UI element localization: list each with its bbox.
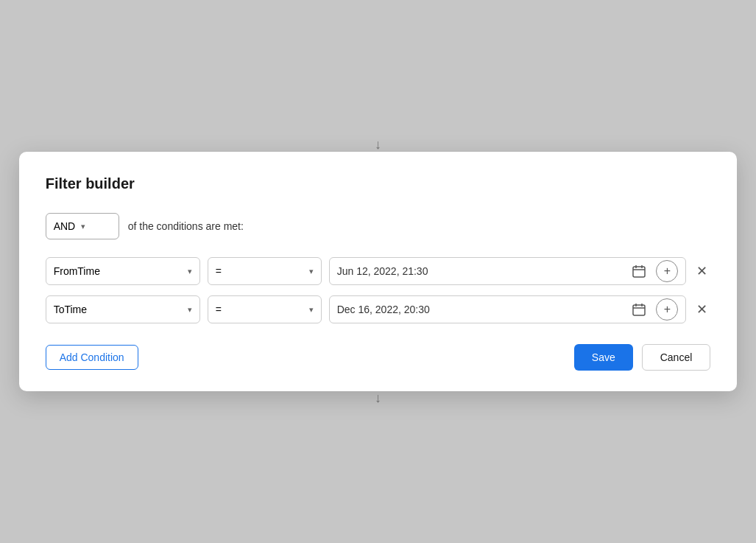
condition-1-remove-button[interactable]: ✕ <box>693 262 710 281</box>
condition-2-op-value: = <box>216 304 222 315</box>
condition-1-field-value: FromTime <box>54 265 100 277</box>
logic-operator-select[interactable]: AND ▾ <box>46 213 119 239</box>
logic-chevron-icon: ▾ <box>81 222 85 231</box>
logic-description: of the conditions are met: <box>128 220 244 232</box>
condition-row-1: FromTime ▾ = ▾ Jun 12, 2022, 21:30 <box>46 257 711 285</box>
condition-row-2: ToTime ▾ = ▾ Dec 16, 2022, 20:30 <box>46 295 711 323</box>
filter-builder-modal: Filter builder AND ▾ of the conditions a… <box>19 152 738 391</box>
condition-1-calendar-button[interactable] <box>628 260 650 282</box>
modal-footer: Add Condition Save Cancel <box>46 344 711 371</box>
add-condition-button[interactable]: Add Condition <box>46 345 138 370</box>
condition-2-add-button[interactable]: + <box>656 298 678 320</box>
condition-1-op-chevron: ▾ <box>309 267 314 276</box>
conditions-container: FromTime ▾ = ▾ Jun 12, 2022, 21:30 <box>46 257 711 323</box>
condition-1-add-button[interactable]: + <box>656 260 678 282</box>
modal-overlay: Filter builder AND ▾ of the conditions a… <box>0 0 756 543</box>
condition-2-op-chevron: ▾ <box>309 305 314 315</box>
condition-2-op-select[interactable]: = ▾ <box>208 295 322 323</box>
condition-2-field-select[interactable]: ToTime ▾ <box>46 295 200 323</box>
modal-title: Filter builder <box>46 175 711 192</box>
condition-1-field-chevron: ▾ <box>188 267 192 276</box>
condition-1-op-select[interactable]: = ▾ <box>208 257 322 285</box>
condition-2-value-text: Dec 16, 2022, 20:30 <box>337 304 623 315</box>
condition-1-field-select[interactable]: FromTime ▾ <box>46 257 200 285</box>
condition-2-calendar-button[interactable] <box>628 298 650 320</box>
condition-2-remove-button[interactable]: ✕ <box>693 300 710 319</box>
svg-rect-0 <box>633 267 645 277</box>
logic-row: AND ▾ of the conditions are met: <box>46 213 711 239</box>
condition-2-field-chevron: ▾ <box>188 305 192 315</box>
condition-1-value-field[interactable]: Jun 12, 2022, 21:30 + <box>329 257 687 285</box>
svg-rect-4 <box>633 305 645 315</box>
condition-2-field-value: ToTime <box>54 304 87 315</box>
cancel-button[interactable]: Cancel <box>642 344 711 371</box>
condition-1-op-value: = <box>216 265 222 277</box>
condition-2-value-field[interactable]: Dec 16, 2022, 20:30 + <box>329 295 687 323</box>
condition-1-value-text: Jun 12, 2022, 21:30 <box>337 265 623 277</box>
logic-operator-value: AND <box>54 220 76 232</box>
footer-right-buttons: Save Cancel <box>574 344 711 371</box>
save-button[interactable]: Save <box>574 344 633 371</box>
